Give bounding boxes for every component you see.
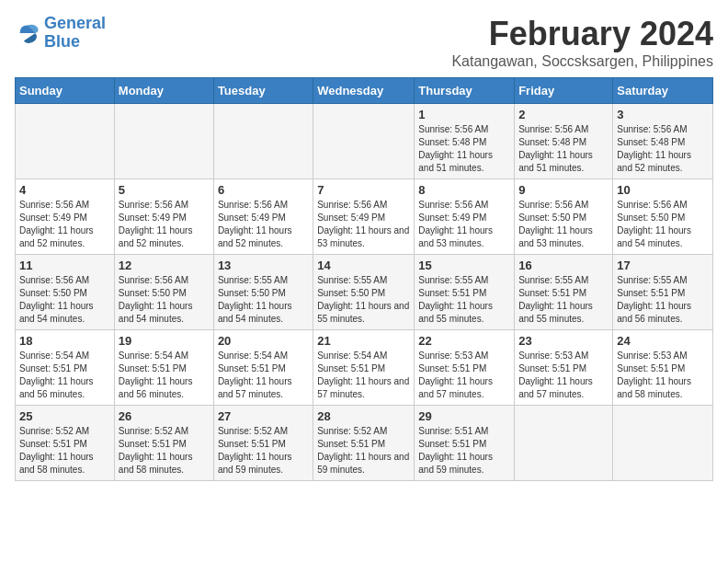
- day-info: Sunrise: 5:56 AMSunset: 5:48 PMDaylight:…: [617, 123, 709, 175]
- calendar-cell: 13Sunrise: 5:55 AMSunset: 5:50 PMDayligh…: [213, 255, 313, 330]
- calendar-cell: 22Sunrise: 5:53 AMSunset: 5:51 PMDayligh…: [415, 330, 515, 406]
- calendar-cell: [515, 406, 613, 481]
- day-number: 21: [317, 334, 410, 348]
- calendar-cell: 29Sunrise: 5:51 AMSunset: 5:51 PMDayligh…: [415, 406, 515, 481]
- col-header-monday: Monday: [114, 78, 213, 104]
- week-row-4: 18Sunrise: 5:54 AMSunset: 5:51 PMDayligh…: [16, 330, 713, 406]
- calendar-cell: 24Sunrise: 5:53 AMSunset: 5:51 PMDayligh…: [613, 330, 713, 406]
- day-number: 11: [19, 259, 110, 272]
- logo-line1: General: [44, 14, 106, 32]
- day-info: Sunrise: 5:56 AMSunset: 5:48 PMDaylight:…: [418, 123, 510, 175]
- day-number: 16: [518, 259, 609, 272]
- title-block: February 2024 Katangawan, Soccsksargen, …: [451, 15, 713, 70]
- col-header-friday: Friday: [515, 78, 613, 104]
- calendar-cell: 7Sunrise: 5:56 AMSunset: 5:49 PMDaylight…: [313, 179, 415, 255]
- day-info: Sunrise: 5:53 AMSunset: 5:51 PMDaylight:…: [418, 350, 510, 401]
- day-number: 23: [518, 334, 609, 348]
- day-info: Sunrise: 5:52 AMSunset: 5:51 PMDaylight:…: [317, 425, 410, 477]
- day-number: 5: [119, 183, 210, 197]
- day-number: 1: [418, 108, 510, 121]
- calendar-cell: [613, 406, 713, 481]
- day-info: Sunrise: 5:53 AMSunset: 5:51 PMDaylight:…: [518, 350, 609, 401]
- page-header: General Blue February 2024 Katangawan, S…: [15, 15, 713, 70]
- calendar-cell: 26Sunrise: 5:52 AMSunset: 5:51 PMDayligh…: [114, 406, 213, 481]
- calendar-cell: 8Sunrise: 5:56 AMSunset: 5:49 PMDaylight…: [415, 179, 515, 255]
- calendar-cell: 25Sunrise: 5:52 AMSunset: 5:51 PMDayligh…: [16, 406, 115, 481]
- day-info: Sunrise: 5:54 AMSunset: 5:51 PMDaylight:…: [119, 350, 210, 401]
- calendar-cell: 4Sunrise: 5:56 AMSunset: 5:49 PMDaylight…: [16, 179, 115, 255]
- calendar-cell: 1Sunrise: 5:56 AMSunset: 5:48 PMDaylight…: [415, 104, 515, 179]
- logo-icon: [15, 20, 40, 46]
- calendar-cell: 2Sunrise: 5:56 AMSunset: 5:48 PMDaylight…: [515, 104, 613, 179]
- calendar-cell: 9Sunrise: 5:56 AMSunset: 5:50 PMDaylight…: [515, 179, 613, 255]
- day-info: Sunrise: 5:56 AMSunset: 5:49 PMDaylight:…: [119, 199, 210, 250]
- logo-text: General Blue: [44, 15, 106, 52]
- day-number: 6: [218, 183, 309, 197]
- day-info: Sunrise: 5:55 AMSunset: 5:51 PMDaylight:…: [617, 274, 709, 326]
- calendar-table: SundayMondayTuesdayWednesdayThursdayFrid…: [15, 77, 713, 481]
- calendar-cell: 18Sunrise: 5:54 AMSunset: 5:51 PMDayligh…: [16, 330, 115, 406]
- day-number: 12: [119, 259, 210, 272]
- calendar-cell: 21Sunrise: 5:54 AMSunset: 5:51 PMDayligh…: [313, 330, 415, 406]
- calendar-cell: 15Sunrise: 5:55 AMSunset: 5:51 PMDayligh…: [415, 255, 515, 330]
- day-number: 25: [19, 409, 110, 423]
- day-info: Sunrise: 5:56 AMSunset: 5:48 PMDaylight:…: [518, 123, 609, 175]
- calendar-cell: 23Sunrise: 5:53 AMSunset: 5:51 PMDayligh…: [515, 330, 613, 406]
- calendar-cell: 28Sunrise: 5:52 AMSunset: 5:51 PMDayligh…: [313, 406, 415, 481]
- day-number: 2: [518, 108, 609, 121]
- day-info: Sunrise: 5:55 AMSunset: 5:50 PMDaylight:…: [218, 274, 309, 326]
- day-info: Sunrise: 5:51 AMSunset: 5:51 PMDaylight:…: [418, 425, 510, 477]
- day-number: 29: [418, 409, 510, 423]
- day-info: Sunrise: 5:52 AMSunset: 5:51 PMDaylight:…: [19, 425, 110, 477]
- day-info: Sunrise: 5:56 AMSunset: 5:49 PMDaylight:…: [19, 199, 110, 250]
- day-number: 3: [617, 108, 709, 121]
- day-number: 26: [119, 409, 210, 423]
- day-number: 10: [617, 183, 709, 197]
- col-header-sunday: Sunday: [16, 78, 115, 104]
- day-number: 4: [19, 183, 110, 197]
- calendar-cell: [114, 104, 213, 179]
- day-number: 28: [317, 409, 410, 423]
- day-info: Sunrise: 5:55 AMSunset: 5:51 PMDaylight:…: [418, 274, 510, 326]
- calendar-cell: 17Sunrise: 5:55 AMSunset: 5:51 PMDayligh…: [613, 255, 713, 330]
- day-info: Sunrise: 5:54 AMSunset: 5:51 PMDaylight:…: [218, 350, 309, 401]
- calendar-cell: 12Sunrise: 5:56 AMSunset: 5:50 PMDayligh…: [114, 255, 213, 330]
- day-info: Sunrise: 5:56 AMSunset: 5:50 PMDaylight:…: [119, 274, 210, 326]
- day-info: Sunrise: 5:54 AMSunset: 5:51 PMDaylight:…: [317, 350, 410, 401]
- calendar-cell: 27Sunrise: 5:52 AMSunset: 5:51 PMDayligh…: [213, 406, 313, 481]
- calendar-cell: 14Sunrise: 5:55 AMSunset: 5:50 PMDayligh…: [313, 255, 415, 330]
- day-info: Sunrise: 5:52 AMSunset: 5:51 PMDaylight:…: [119, 425, 210, 477]
- day-number: 20: [218, 334, 309, 348]
- day-info: Sunrise: 5:56 AMSunset: 5:49 PMDaylight:…: [418, 199, 510, 250]
- day-info: Sunrise: 5:52 AMSunset: 5:51 PMDaylight:…: [218, 425, 309, 477]
- calendar-cell: [213, 104, 313, 179]
- col-header-tuesday: Tuesday: [213, 78, 313, 104]
- week-row-2: 4Sunrise: 5:56 AMSunset: 5:49 PMDaylight…: [16, 179, 713, 255]
- day-number: 24: [617, 334, 709, 348]
- logo: General Blue: [15, 15, 106, 52]
- day-info: Sunrise: 5:56 AMSunset: 5:50 PMDaylight:…: [19, 274, 110, 326]
- calendar-cell: [313, 104, 415, 179]
- day-info: Sunrise: 5:54 AMSunset: 5:51 PMDaylight:…: [19, 350, 110, 401]
- day-number: 7: [317, 183, 410, 197]
- calendar-cell: 20Sunrise: 5:54 AMSunset: 5:51 PMDayligh…: [213, 330, 313, 406]
- calendar-cell: 6Sunrise: 5:56 AMSunset: 5:49 PMDaylight…: [213, 179, 313, 255]
- col-header-thursday: Thursday: [415, 78, 515, 104]
- subtitle: Katangawan, Soccsksargen, Philippines: [451, 53, 713, 70]
- day-number: 27: [218, 409, 309, 423]
- logo-line2: Blue: [44, 32, 80, 51]
- calendar-cell: 19Sunrise: 5:54 AMSunset: 5:51 PMDayligh…: [114, 330, 213, 406]
- day-info: Sunrise: 5:56 AMSunset: 5:50 PMDaylight:…: [617, 199, 709, 250]
- calendar-cell: 16Sunrise: 5:55 AMSunset: 5:51 PMDayligh…: [515, 255, 613, 330]
- day-info: Sunrise: 5:55 AMSunset: 5:50 PMDaylight:…: [317, 274, 410, 326]
- calendar-cell: 5Sunrise: 5:56 AMSunset: 5:49 PMDaylight…: [114, 179, 213, 255]
- week-row-1: 1Sunrise: 5:56 AMSunset: 5:48 PMDaylight…: [16, 104, 713, 179]
- calendar-body: 1Sunrise: 5:56 AMSunset: 5:48 PMDaylight…: [16, 104, 713, 481]
- day-info: Sunrise: 5:56 AMSunset: 5:49 PMDaylight:…: [218, 199, 309, 250]
- day-number: 9: [518, 183, 609, 197]
- day-info: Sunrise: 5:53 AMSunset: 5:51 PMDaylight:…: [617, 350, 709, 401]
- day-number: 13: [218, 259, 309, 272]
- week-row-3: 11Sunrise: 5:56 AMSunset: 5:50 PMDayligh…: [16, 255, 713, 330]
- calendar-cell: 3Sunrise: 5:56 AMSunset: 5:48 PMDaylight…: [613, 104, 713, 179]
- day-number: 18: [19, 334, 110, 348]
